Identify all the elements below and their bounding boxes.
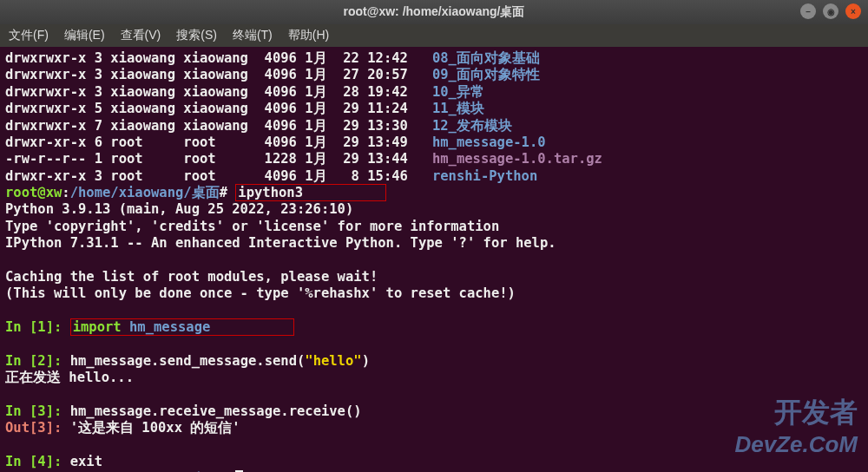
- watermark-text-2: DevZe.CoM: [734, 431, 858, 458]
- menu-view[interactable]: 查看(V): [121, 28, 161, 43]
- menu-file[interactable]: 文件(F): [9, 28, 49, 43]
- window-controls: – ◉ ×: [800, 3, 861, 19]
- watermark-text-1: 开发者: [774, 394, 858, 432]
- menu-terminal[interactable]: 终端(T): [233, 28, 273, 43]
- terminal-content[interactable]: drwxrwxr-x 3 xiaowang xiaowang 4096 1月 2…: [0, 47, 868, 472]
- minimize-button[interactable]: –: [800, 3, 816, 19]
- maximize-button[interactable]: ◉: [823, 3, 838, 19]
- close-button[interactable]: ×: [845, 3, 861, 19]
- menu-bar: 文件(F) 编辑(E) 查看(V) 搜索(S) 终端(T) 帮助(H): [0, 24, 868, 47]
- window-titlebar: root@xw: /home/xiaowang/桌面 – ◉ ×: [0, 0, 868, 24]
- menu-edit[interactable]: 编辑(E): [64, 28, 105, 43]
- menu-search[interactable]: 搜索(S): [176, 28, 217, 43]
- window-title: root@xw: /home/xiaowang/桌面: [344, 4, 525, 20]
- menu-help[interactable]: 帮助(H): [288, 28, 329, 43]
